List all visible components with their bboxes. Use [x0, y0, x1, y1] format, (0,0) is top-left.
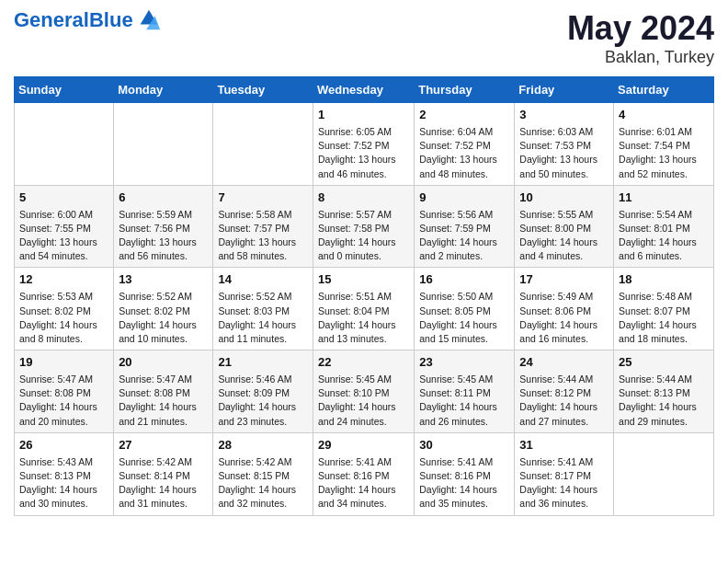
day-info: Sunrise: 5:55 AM Sunset: 8:00 PM Dayligh… — [519, 208, 609, 264]
table-row: 22Sunrise: 5:45 AM Sunset: 8:10 PM Dayli… — [313, 350, 414, 433]
day-number: 28 — [218, 437, 308, 454]
table-row: 13Sunrise: 5:52 AM Sunset: 8:02 PM Dayli… — [114, 268, 213, 350]
day-info: Sunrise: 5:51 AM Sunset: 8:04 PM Dayligh… — [318, 290, 409, 346]
table-row: 31Sunrise: 5:41 AM Sunset: 8:17 PM Dayli… — [515, 432, 614, 515]
day-number: 11 — [619, 190, 709, 207]
calendar-week-row: 1Sunrise: 6:05 AM Sunset: 7:52 PM Daylig… — [15, 103, 714, 186]
day-number: 25 — [619, 354, 709, 372]
day-info: Sunrise: 5:57 AM Sunset: 7:58 PM Dayligh… — [318, 208, 409, 264]
table-row: 18Sunrise: 5:48 AM Sunset: 8:07 PM Dayli… — [614, 268, 714, 350]
day-number: 3 — [519, 107, 609, 124]
day-info: Sunrise: 5:52 AM Sunset: 8:02 PM Dayligh… — [119, 290, 208, 346]
day-info: Sunrise: 5:45 AM Sunset: 8:11 PM Dayligh… — [419, 373, 509, 429]
day-number: 15 — [318, 271, 409, 289]
day-info: Sunrise: 5:41 AM Sunset: 8:16 PM Dayligh… — [419, 455, 509, 511]
table-row: 28Sunrise: 5:42 AM Sunset: 8:15 PM Dayli… — [213, 432, 313, 515]
main-title: May 2024 — [567, 9, 714, 48]
calendar-week-row: 5Sunrise: 6:00 AM Sunset: 7:55 PM Daylig… — [15, 185, 714, 268]
subtitle: Baklan, Turkey — [567, 48, 714, 67]
day-info: Sunrise: 5:52 AM Sunset: 8:03 PM Dayligh… — [218, 290, 308, 346]
day-number: 31 — [519, 437, 609, 454]
day-info: Sunrise: 5:46 AM Sunset: 8:09 PM Dayligh… — [218, 373, 308, 429]
day-number: 12 — [19, 271, 108, 289]
table-row: 3Sunrise: 6:03 AM Sunset: 7:53 PM Daylig… — [515, 103, 614, 186]
day-number: 27 — [119, 437, 208, 454]
day-number: 7 — [218, 190, 308, 207]
table-row — [614, 432, 714, 515]
table-row: 25Sunrise: 5:44 AM Sunset: 8:13 PM Dayli… — [614, 350, 714, 433]
table-row: 2Sunrise: 6:04 AM Sunset: 7:52 PM Daylig… — [415, 103, 515, 186]
day-number: 2 — [419, 107, 509, 124]
col-header-thursday: Thursday — [415, 77, 515, 103]
table-row: 12Sunrise: 5:53 AM Sunset: 8:02 PM Dayli… — [15, 268, 114, 350]
day-number: 9 — [419, 190, 509, 207]
day-number: 24 — [519, 354, 609, 372]
day-info: Sunrise: 5:59 AM Sunset: 7:56 PM Dayligh… — [119, 208, 208, 264]
table-row — [213, 103, 313, 186]
day-info: Sunrise: 6:05 AM Sunset: 7:52 PM Dayligh… — [318, 125, 409, 181]
day-number: 21 — [218, 354, 308, 372]
table-row: 8Sunrise: 5:57 AM Sunset: 7:58 PM Daylig… — [313, 185, 414, 268]
table-row: 9Sunrise: 5:56 AM Sunset: 7:59 PM Daylig… — [415, 185, 515, 268]
col-header-sunday: Sunday — [15, 77, 114, 103]
table-row: 5Sunrise: 6:00 AM Sunset: 7:55 PM Daylig… — [15, 185, 114, 268]
table-row: 24Sunrise: 5:44 AM Sunset: 8:12 PM Dayli… — [515, 350, 614, 433]
calendar: Sunday Monday Tuesday Wednesday Thursday… — [14, 76, 714, 516]
col-header-friday: Friday — [515, 77, 614, 103]
day-info: Sunrise: 5:53 AM Sunset: 8:02 PM Dayligh… — [19, 290, 108, 346]
day-info: Sunrise: 5:45 AM Sunset: 8:10 PM Dayligh… — [318, 373, 409, 429]
title-block: May 2024 Baklan, Turkey — [567, 9, 714, 67]
table-row — [114, 103, 213, 186]
table-row: 23Sunrise: 5:45 AM Sunset: 8:11 PM Dayli… — [415, 350, 515, 433]
col-header-saturday: Saturday — [614, 77, 714, 103]
col-header-monday: Monday — [114, 77, 213, 103]
day-number: 26 — [19, 437, 108, 454]
header: GeneralBlue May 2024 Baklan, Turkey — [14, 9, 714, 67]
table-row: 15Sunrise: 5:51 AM Sunset: 8:04 PM Dayli… — [313, 268, 414, 350]
table-row: 30Sunrise: 5:41 AM Sunset: 8:16 PM Dayli… — [415, 432, 515, 515]
table-row: 1Sunrise: 6:05 AM Sunset: 7:52 PM Daylig… — [313, 103, 414, 186]
day-number: 4 — [619, 107, 709, 124]
day-info: Sunrise: 5:44 AM Sunset: 8:12 PM Dayligh… — [519, 373, 609, 429]
day-number: 19 — [19, 354, 108, 372]
day-number: 18 — [619, 271, 709, 289]
table-row: 7Sunrise: 5:58 AM Sunset: 7:57 PM Daylig… — [213, 185, 313, 268]
day-number: 8 — [318, 190, 409, 207]
col-header-wednesday: Wednesday — [313, 77, 414, 103]
day-number: 30 — [419, 437, 509, 454]
table-row: 19Sunrise: 5:47 AM Sunset: 8:08 PM Dayli… — [15, 350, 114, 433]
day-number: 23 — [419, 354, 509, 372]
day-info: Sunrise: 6:00 AM Sunset: 7:55 PM Dayligh… — [19, 208, 108, 264]
calendar-week-row: 19Sunrise: 5:47 AM Sunset: 8:08 PM Dayli… — [15, 350, 714, 433]
table-row: 21Sunrise: 5:46 AM Sunset: 8:09 PM Dayli… — [213, 350, 313, 433]
table-row: 11Sunrise: 5:54 AM Sunset: 8:01 PM Dayli… — [614, 185, 714, 268]
day-info: Sunrise: 5:47 AM Sunset: 8:08 PM Dayligh… — [19, 373, 108, 429]
table-row: 10Sunrise: 5:55 AM Sunset: 8:00 PM Dayli… — [515, 185, 614, 268]
day-number: 29 — [318, 437, 409, 454]
day-number: 10 — [519, 190, 609, 207]
day-info: Sunrise: 5:48 AM Sunset: 8:07 PM Dayligh… — [619, 290, 709, 346]
table-row: 14Sunrise: 5:52 AM Sunset: 8:03 PM Dayli… — [213, 268, 313, 350]
day-info: Sunrise: 5:42 AM Sunset: 8:15 PM Dayligh… — [218, 455, 308, 511]
table-row: 20Sunrise: 5:47 AM Sunset: 8:08 PM Dayli… — [114, 350, 213, 433]
table-row: 16Sunrise: 5:50 AM Sunset: 8:05 PM Dayli… — [415, 268, 515, 350]
calendar-week-row: 12Sunrise: 5:53 AM Sunset: 8:02 PM Dayli… — [15, 268, 714, 350]
day-info: Sunrise: 5:56 AM Sunset: 7:59 PM Dayligh… — [419, 208, 509, 264]
day-info: Sunrise: 6:04 AM Sunset: 7:52 PM Dayligh… — [419, 125, 509, 181]
table-row: 29Sunrise: 5:41 AM Sunset: 8:16 PM Dayli… — [313, 432, 414, 515]
day-info: Sunrise: 5:49 AM Sunset: 8:06 PM Dayligh… — [519, 290, 609, 346]
day-info: Sunrise: 6:01 AM Sunset: 7:54 PM Dayligh… — [619, 125, 709, 181]
day-number: 6 — [119, 190, 208, 207]
calendar-week-row: 26Sunrise: 5:43 AM Sunset: 8:13 PM Dayli… — [15, 432, 714, 515]
day-number: 16 — [419, 271, 509, 289]
day-info: Sunrise: 5:54 AM Sunset: 8:01 PM Dayligh… — [619, 208, 709, 264]
day-info: Sunrise: 5:41 AM Sunset: 8:17 PM Dayligh… — [519, 455, 609, 511]
logo-text: GeneralBlue — [14, 10, 133, 30]
day-number: 13 — [119, 271, 208, 289]
day-info: Sunrise: 6:03 AM Sunset: 7:53 PM Dayligh… — [519, 125, 609, 181]
table-row: 27Sunrise: 5:42 AM Sunset: 8:14 PM Dayli… — [114, 432, 213, 515]
table-row — [15, 103, 114, 186]
day-info: Sunrise: 5:42 AM Sunset: 8:14 PM Dayligh… — [119, 455, 208, 511]
table-row: 4Sunrise: 6:01 AM Sunset: 7:54 PM Daylig… — [614, 103, 714, 186]
table-row: 17Sunrise: 5:49 AM Sunset: 8:06 PM Dayli… — [515, 268, 614, 350]
